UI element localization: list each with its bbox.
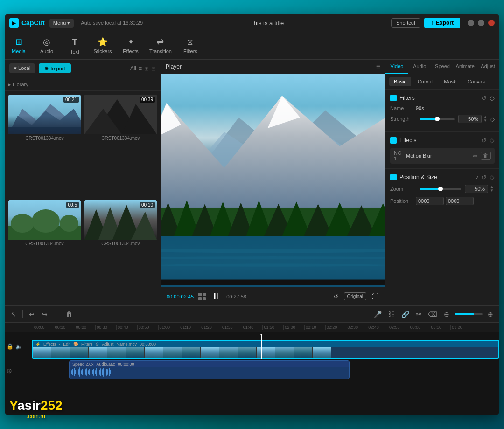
filter-strength-row: Strength 50% ▲ ▼ ◇ — [390, 115, 495, 123]
position-toggle[interactable] — [390, 174, 397, 180]
tool-stickers[interactable]: ⭐ Stickers — [93, 37, 112, 54]
fullscreen-button[interactable]: ⛶ — [371, 292, 379, 301]
svg-marker-3 — [8, 127, 81, 134]
playhead[interactable] — [261, 334, 262, 359]
frame-3 — [70, 347, 89, 359]
add-track-button[interactable]: ⊕ — [7, 367, 12, 374]
mark-19: 03:10 — [430, 325, 451, 330]
delete-button[interactable]: 🗑 — [64, 309, 74, 319]
position-expand[interactable]: ∨ — [475, 175, 478, 180]
zoom-slider[interactable] — [420, 188, 461, 190]
mark-10: 01:40 — [242, 325, 263, 330]
media-thumb-3[interactable]: 00:5 CRST001334.mov — [8, 200, 81, 302]
media-thumb-2[interactable]: 00:39 CRST001334.mov — [84, 95, 157, 196]
track-lock-button[interactable]: 🔒 — [7, 343, 14, 350]
effects-delete-button[interactable]: 🗑 — [481, 152, 491, 160]
shortcut-button[interactable]: Shortcut — [391, 18, 420, 28]
filters-reset[interactable]: ↺ — [481, 94, 487, 102]
tab-audio[interactable]: Audio — [408, 60, 431, 74]
cursor-button[interactable]: ↖ — [9, 309, 18, 319]
video-track[interactable]: ⚡ Effects - Edit 🎨 Filters ⚙ Adjust Name… — [32, 340, 499, 359]
library-label[interactable]: ▸ Library — [8, 82, 28, 87]
tab-speed[interactable]: Speed — [431, 60, 454, 74]
maximize-button[interactable]: □ — [478, 20, 484, 26]
undo-button[interactable]: ↩ — [28, 309, 36, 319]
mark-9: 01:30 — [221, 325, 242, 330]
redo-button[interactable]: ↪ — [41, 309, 49, 319]
tool-text[interactable]: T Text — [65, 37, 84, 55]
rotate-button[interactable]: ↺ — [333, 292, 339, 301]
magnet-button[interactable]: 🔗 — [400, 309, 411, 319]
large-grid-button[interactable]: ⊟ — [151, 65, 156, 72]
track-mute-button[interactable]: 🔈 — [15, 343, 22, 350]
position-y[interactable] — [446, 197, 474, 205]
split-button[interactable]: ⎢ — [54, 309, 60, 319]
tab-video[interactable]: Video — [385, 60, 408, 74]
strength-diamond[interactable]: ◇ — [490, 116, 495, 123]
strength-down[interactable]: ▼ — [483, 119, 488, 123]
track-controls-audio: ⊕ — [7, 367, 30, 374]
tool-media[interactable]: ⊞ Media — [9, 37, 28, 54]
tab-adjust[interactable]: Adjust — [476, 60, 499, 74]
effects-diamond[interactable]: ◇ — [490, 137, 495, 144]
close-button[interactable]: ✕ — [488, 20, 495, 26]
tab-animate[interactable]: Animate — [454, 60, 476, 74]
effects-toggle[interactable] — [390, 137, 397, 144]
trim-button[interactable]: ⌫ — [427, 309, 439, 319]
strength-stepper[interactable]: ▲ ▼ — [483, 115, 488, 123]
original-badge[interactable]: Original — [344, 292, 366, 300]
tool-effects[interactable]: ✦ Effects — [121, 37, 140, 54]
effects-reset[interactable]: ↺ — [481, 137, 487, 144]
zoom-value[interactable]: 50% — [465, 185, 488, 193]
link-button[interactable]: ⛓ — [387, 309, 396, 319]
frame-14 — [275, 347, 294, 359]
zoom-slider[interactable] — [455, 313, 483, 315]
tool-filters[interactable]: ⧖ Filters — [181, 37, 200, 54]
filters-toggle[interactable] — [390, 95, 397, 101]
subtab-basic[interactable]: Basic — [389, 77, 411, 86]
media-thumb-1[interactable]: 00:21 CRST001334.mov — [8, 95, 81, 196]
zoom-stepper[interactable]: ▲ ▼ — [489, 185, 495, 193]
zoom-in-button[interactable]: ⊕ — [486, 309, 495, 319]
player-menu-icon[interactable]: ≡ — [376, 62, 380, 71]
strength-value[interactable]: 50% — [458, 115, 482, 123]
minimize-button[interactable]: — — [468, 20, 474, 26]
subtab-mask[interactable]: Mask — [439, 77, 461, 86]
stickers-icon: ⭐ — [98, 37, 108, 47]
position-diamond[interactable]: ◇ — [490, 173, 495, 181]
timeline-ruler: 00:00 00:10 00:20 00:30 00:40 00:50 01:0… — [5, 323, 499, 332]
local-button[interactable]: ▾ Local — [9, 63, 35, 73]
tool-audio[interactable]: ◎ Audio — [37, 37, 56, 54]
position-x[interactable] — [416, 197, 444, 205]
tool-transition[interactable]: ⇌ Transition — [149, 37, 172, 54]
chain-button[interactable]: ⚯ — [414, 309, 423, 319]
all-filter[interactable]: All — [130, 65, 136, 72]
strength-slider[interactable] — [420, 118, 455, 120]
audio-track[interactable]: Speed 2.0x Audio.aac 00:00:00 — [69, 360, 350, 379]
position-reset[interactable]: ↺ — [481, 173, 487, 181]
main-area: ▾ Local ⊕ Import All ≡ ⊞ ⊟ ▸ Library — [5, 60, 499, 305]
filter-name-label: Name — [390, 105, 416, 111]
export-button[interactable]: ↑ Export — [424, 18, 460, 28]
play-button[interactable]: ⏸ — [210, 290, 222, 303]
zoom-down[interactable]: ▼ — [489, 189, 495, 193]
filters-diamond[interactable]: ◇ — [490, 94, 495, 102]
import-button[interactable]: ⊕ Import — [39, 63, 70, 73]
effects-edit-button[interactable]: ✏ — [473, 152, 478, 159]
list-view-button[interactable]: ≡ — [139, 65, 142, 72]
menu-button[interactable]: Menu ▾ — [49, 19, 74, 28]
filters-header: Filters ↺ ◇ — [390, 94, 495, 102]
window-controls: — □ ✕ — [468, 20, 495, 26]
mic-button[interactable]: 🎤 — [372, 309, 383, 319]
zoom-out-button[interactable]: ⊖ — [442, 309, 451, 319]
subtab-canvas[interactable]: Canvas — [463, 77, 490, 86]
subtab-cutout[interactable]: Cutout — [413, 77, 437, 86]
frame-12 — [238, 347, 257, 359]
effects-section: Effects ↺ ◇ NO 1 Motion Blur ✏ 🗑 — [385, 132, 499, 169]
mark-8: 01:20 — [200, 325, 221, 330]
mark-18: 03:00 — [409, 325, 430, 330]
media-thumb-4[interactable]: 00:10 CRST001334.mov — [84, 200, 157, 302]
timeline-toolbar: ↖ ↩ ↪ ⎢ 🗑 🎤 ⛓ 🔗 ⚯ ⌫ ⊖ ⊕ — [5, 306, 499, 323]
mark-15: 02:30 — [346, 325, 367, 330]
grid-view-button[interactable]: ⊞ — [144, 65, 149, 72]
